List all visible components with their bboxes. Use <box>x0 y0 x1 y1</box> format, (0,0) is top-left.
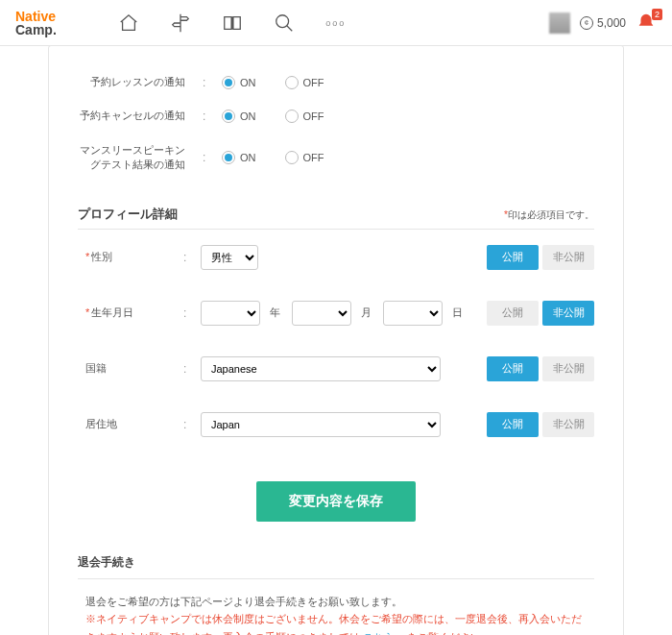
profile-section-header: プロフィール詳細 *印は必須項目です。 <box>78 196 594 230</box>
birthday-public-button[interactable]: 公開 <box>487 301 539 326</box>
residence-private-button[interactable]: 非公開 <box>542 412 594 437</box>
residence-select[interactable]: Japan <box>201 412 441 437</box>
radio-off[interactable]: OFF <box>285 110 324 123</box>
birth-year-select[interactable] <box>201 301 260 326</box>
nationality-private-button[interactable]: 非公開 <box>542 356 594 381</box>
logo[interactable]: Native Camp. <box>15 10 57 37</box>
gender-private-button[interactable]: 非公開 <box>542 245 594 270</box>
gender-select[interactable]: 男性 <box>201 245 258 270</box>
search-icon[interactable] <box>274 12 295 34</box>
notification-row-cancel: 予約キャンセルの通知 : ON OFF <box>78 99 594 133</box>
field-birthday: *生年月日 : 年 月 日 公開 非公開 <box>78 285 594 341</box>
notification-row-speaking-test: マンスリースピーキングテスト結果の通知 : ON OFF <box>78 134 594 183</box>
radio-off[interactable]: OFF <box>285 76 324 89</box>
rejoin-help-link[interactable]: こちら↗ <box>363 631 404 635</box>
coin-icon: ¢ <box>580 16 593 30</box>
header-right: ¢ 5,000 2 <box>549 12 657 34</box>
book-icon[interactable] <box>222 12 243 34</box>
page-body: 予約レッスンの通知 : ON OFF 予約キャンセルの通知 : ON OFF マ… <box>0 45 672 635</box>
more-icon[interactable]: ooo <box>325 12 347 34</box>
logo-text-bottom: Camp. <box>15 23 57 37</box>
home-icon[interactable] <box>118 12 139 34</box>
birthday-private-button[interactable]: 非公開 <box>542 301 594 326</box>
notification-badge: 2 <box>652 9 662 20</box>
field-nationality: 国籍 : Japanese 公開 非公開 <box>78 341 594 397</box>
notif-label: マンスリースピーキングテスト結果の通知 <box>78 143 203 173</box>
field-residence: 居住地 : Japan 公開 非公開 <box>78 397 594 452</box>
residence-public-button[interactable]: 公開 <box>487 412 539 437</box>
radio-on[interactable]: ON <box>222 151 256 164</box>
withdraw-section-title: 退会手続き <box>78 547 594 579</box>
withdraw-body: 退会をご希望の方は下記ページより退会手続きをお願い致します。 ※ネイティブキャン… <box>78 579 594 635</box>
field-gender: *性別 : 男性 公開 非公開 <box>78 230 594 285</box>
nationality-select[interactable]: Japanese <box>201 356 441 381</box>
withdraw-line1: 退会をご希望の方は下記ページより退会手続きをお願い致します。 <box>85 593 587 611</box>
radio-on[interactable]: ON <box>222 76 256 89</box>
profile-section-title: プロフィール詳細 <box>78 206 178 223</box>
logo-text-top: Native <box>15 10 57 23</box>
withdraw-note: ※ネイティブキャンプでは休会制度はございません。休会をご希望の際には、一度退会後… <box>85 610 587 635</box>
notif-label: 予約レッスンの通知 <box>78 75 203 89</box>
save-button[interactable]: 変更内容を保存 <box>256 481 416 522</box>
global-header: Native Camp. ooo ¢ 5,000 2 <box>0 0 672 46</box>
svg-point-0 <box>276 14 289 27</box>
avatar[interactable] <box>549 12 570 34</box>
nationality-public-button[interactable]: 公開 <box>487 356 539 381</box>
coin-amount: 5,000 <box>597 16 626 30</box>
birth-month-select[interactable] <box>292 301 351 326</box>
notif-label: 予約キャンセルの通知 <box>78 109 203 123</box>
header-nav: ooo <box>118 12 526 34</box>
notifications-icon[interactable]: 2 <box>636 12 657 34</box>
notification-row-reserve: 予約レッスンの通知 : ON OFF <box>78 65 594 99</box>
settings-card: 予約レッスンの通知 : ON OFF 予約キャンセルの通知 : ON OFF マ… <box>48 45 624 635</box>
signpost-icon[interactable] <box>170 12 191 34</box>
coin-balance[interactable]: ¢ 5,000 <box>580 16 626 30</box>
required-note: *印は必須項目です。 <box>504 208 594 222</box>
gender-public-button[interactable]: 公開 <box>487 245 539 270</box>
radio-off[interactable]: OFF <box>285 151 324 164</box>
birth-day-select[interactable] <box>383 301 443 326</box>
radio-on[interactable]: ON <box>222 110 256 123</box>
